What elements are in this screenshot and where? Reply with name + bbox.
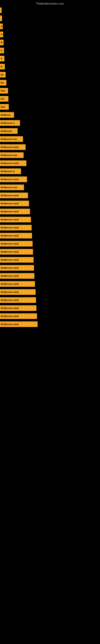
bar-0: [0, 8, 1, 13]
bar-12: Bott: [0, 104, 9, 110]
bar-16: Bottleneck resu: [0, 136, 23, 142]
bar-row-19: Bottleneck result: [0, 159, 100, 167]
bars-container: EHBEEBBoBoBottBotBottBottlenecBottleneck…: [0, 6, 100, 328]
bar-label-3: H: [1, 33, 2, 36]
bar-row-13: Bottlenec: [0, 111, 100, 119]
bar-39: Bottleneck result: [0, 322, 38, 327]
bar-1: [0, 16, 2, 21]
bar-27: Bottleneck result: [0, 225, 32, 230]
bar-14: Bottleneck re: [0, 120, 20, 126]
bar-30: Bottleneck result: [0, 249, 33, 254]
bar-row-30: Bottleneck result: [0, 248, 100, 256]
bar-row-21: Bottleneck result: [0, 175, 100, 183]
site-title: TheBottlenecker.com: [0, 0, 100, 6]
bar-19: Bottleneck result: [0, 160, 26, 166]
bar-label-15: Bottleneck: [1, 130, 12, 132]
bar-label-35: Bottleneck result: [1, 291, 19, 293]
bar-label-26: Bottleneck result: [1, 218, 19, 221]
bar-label-11: Bot: [1, 98, 4, 100]
bar-row-3: H: [0, 30, 100, 38]
bar-row-23: Bottleneck result: [0, 192, 100, 200]
bar-label-16: Bottleneck resu: [1, 138, 17, 140]
bar-label-37: Bottleneck result: [1, 307, 19, 309]
bar-label-13: Bottlenec: [1, 114, 11, 116]
bar-row-32: Bottleneck result: [0, 264, 100, 272]
bar-row-9: Bo: [0, 79, 100, 87]
bar-row-10: Bott: [0, 87, 100, 95]
bar-36: Bottleneck result: [0, 297, 36, 303]
bar-9: Bo: [0, 80, 6, 86]
bar-label-34: Bottleneck result: [1, 283, 19, 285]
bar-label-4: B: [1, 41, 2, 44]
bar-29: Bottleneck result: [0, 241, 33, 246]
bar-22: Bottleneck resu: [0, 184, 24, 190]
bar-18: Bottleneck resu: [0, 152, 24, 158]
bar-label-2: E: [1, 25, 2, 28]
bar-row-38: Bottleneck result: [0, 312, 100, 320]
bar-34: Bottleneck result: [0, 281, 35, 287]
bar-label-38: Bottleneck result: [1, 315, 19, 317]
bar-label-25: Bottleneck result: [1, 210, 19, 213]
bar-25: Bottleneck result: [0, 209, 30, 214]
bar-row-6: E: [0, 54, 100, 62]
bar-15: Bottleneck: [0, 128, 18, 134]
bar-label-28: Bottleneck result: [1, 234, 19, 237]
bar-label-20: Bottleneck re: [1, 170, 15, 172]
bar-label-19: Bottleneck result: [1, 162, 19, 164]
bar-row-36: Bottleneck result: [0, 296, 100, 304]
bar-37: Bottleneck result: [0, 305, 36, 311]
bar-label-10: Bott: [1, 90, 5, 92]
bar-label-33: Bottleneck result: [1, 275, 19, 277]
bar-row-14: Bottleneck re: [0, 119, 100, 127]
bar-23: Bottleneck result: [0, 192, 28, 198]
bar-11: Bot: [0, 96, 8, 102]
bar-row-15: Bottleneck: [0, 127, 100, 135]
bar-label-5: E: [1, 49, 2, 52]
bar-4: B: [0, 40, 3, 45]
bar-label-18: Bottleneck resu: [1, 154, 17, 156]
bar-row-39: Bottleneck result: [0, 320, 100, 328]
bar-label-39: Bottleneck result: [1, 323, 19, 326]
bar-row-11: Bot: [0, 95, 100, 103]
bar-33: Bottleneck result: [0, 273, 34, 279]
bar-7: B: [0, 64, 5, 70]
bar-label-6: E: [1, 57, 2, 60]
bar-label-23: Bottleneck result: [1, 194, 19, 196]
bar-17: Bottleneck result: [0, 144, 26, 150]
bar-label-24: Bottleneck result: [1, 202, 19, 205]
bar-label-29: Bottleneck result: [1, 242, 19, 245]
bar-38: Bottleneck result: [0, 313, 37, 319]
bar-20: Bottleneck re: [0, 168, 21, 174]
bar-row-5: E: [0, 46, 100, 54]
bar-label-8: Bo: [1, 74, 4, 76]
bar-row-4: B: [0, 38, 100, 46]
bar-row-27: Bottleneck result: [0, 224, 100, 232]
bar-row-8: Bo: [0, 71, 100, 79]
bar-row-12: Bott: [0, 103, 100, 111]
bar-label-22: Bottleneck resu: [1, 186, 17, 188]
bar-row-1: [0, 14, 100, 22]
bar-row-35: Bottleneck result: [0, 288, 100, 296]
bar-2: E: [0, 24, 3, 29]
bar-label-17: Bottleneck result: [1, 146, 19, 148]
bar-31: Bottleneck result: [0, 257, 34, 263]
bar-label-27: Bottleneck result: [1, 226, 19, 229]
bar-row-24: Bottleneck result: [0, 200, 100, 208]
bar-label-32: Bottleneck result: [1, 267, 19, 269]
bar-label-7: B: [1, 66, 2, 68]
bar-label-21: Bottleneck result: [1, 178, 19, 180]
bar-6: E: [0, 56, 4, 62]
bar-row-0: [0, 6, 100, 14]
bar-row-26: Bottleneck result: [0, 216, 100, 224]
bar-row-16: Bottleneck resu: [0, 135, 100, 143]
bar-13: Bottlenec: [0, 112, 14, 118]
bar-label-30: Bottleneck result: [1, 250, 19, 253]
bar-row-7: B: [0, 62, 100, 71]
bar-row-2: E: [0, 22, 100, 30]
bar-label-12: Bott: [1, 106, 5, 108]
bar-row-37: Bottleneck result: [0, 304, 100, 312]
bar-label-31: Bottleneck result: [1, 258, 19, 261]
bar-8: Bo: [0, 72, 6, 78]
bar-label-14: Bottleneck re: [1, 122, 15, 124]
bar-row-17: Bottleneck result: [0, 143, 100, 151]
